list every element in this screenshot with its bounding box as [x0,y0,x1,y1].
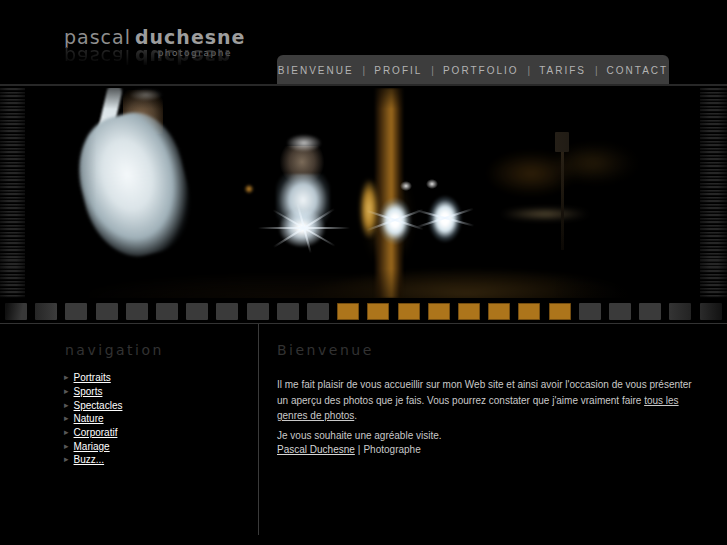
arrow-bullet-icon: ▸ [64,455,69,464]
filmstrip-square [156,303,178,320]
logo-last-name: duchesne [135,26,246,48]
sidebar-row: ▸Buzz... [64,453,122,467]
sidebar-item-sports[interactable]: Sports [74,386,103,397]
main-nav: BIENVENUE|PROFIL|PORTFOLIO|TARIFS|CONTAC… [277,55,669,85]
sidebar-nav: ▸Portraits▸Sports▸Spectacles▸Nature▸Corp… [64,371,122,467]
nav-item-bienvenue[interactable]: BIENVENUE [271,65,361,76]
intro-text: Il me fait plaisir de vous accueillir su… [277,379,692,406]
closing-text: Je vous souhaite une agréable visite. [277,428,442,443]
filmstrip-square [5,303,27,320]
sidebar-row: ▸Corporatif [64,426,122,440]
arrow-bullet-icon: ▸ [64,401,69,410]
arrow-bullet-icon: ▸ [64,373,69,382]
logo-wordmark: pascalduchesne [64,27,232,47]
photo-vignette [30,88,697,298]
page-title: Bienvenue [277,342,374,358]
filmstrip-square-orange [398,303,420,320]
page: pascalduchesne photographe pascalduchesn… [0,0,727,545]
filmstrip-square [126,303,148,320]
sidebar-item-spectacles[interactable]: Spectacles [74,400,123,411]
sidebar-row: ▸Spectacles [64,398,122,412]
signature-line: Pascal Duchesne|Photographe [277,442,421,457]
filmstrip-square [669,303,691,320]
filmstrip-square [35,303,57,320]
filmstrip-square [277,303,299,320]
filmstrip-square [700,303,722,320]
sidebar-row: ▸Portraits [64,371,122,385]
nav-item-contact[interactable]: CONTACT [600,65,676,76]
nav-item-portfolio[interactable]: PORTFOLIO [436,65,526,76]
nav-separator: | [593,65,600,76]
filmstrip-square-orange [428,303,450,320]
sidebar-row: ▸Nature [64,412,122,426]
filmstrip-square [639,303,661,320]
arrow-bullet-icon: ▸ [64,442,69,451]
content-top-divider [0,323,727,324]
sidebar-item-corporatif[interactable]: Corporatif [74,427,118,438]
signature-role: Photographe [363,444,420,455]
signature-separator: | [358,444,361,455]
intro-paragraph: Il me fait plaisir de vous accueillir su… [277,377,697,424]
sidebar-row: ▸Mariage [64,439,122,453]
filmstrip-square [186,303,208,320]
arrow-bullet-icon: ▸ [64,387,69,396]
filmstrip-square [247,303,269,320]
filmstrip-square-orange [337,303,359,320]
logo-first-name: pascal [64,26,131,48]
sidebar-row: ▸Sports [64,385,122,399]
filmstrip-square [216,303,238,320]
nav-separator: | [361,65,368,76]
filmstrip-square [609,303,631,320]
sidebar-item-mariage[interactable]: Mariage [74,441,110,452]
filmstrip-square-orange [518,303,540,320]
nav-item-tarifs[interactable]: TARIFS [532,65,593,76]
film-texture-right [700,88,727,298]
filmstrip-square-orange [458,303,480,320]
sidebar-item-buzz[interactable]: Buzz... [74,454,105,465]
pascal-duchesne-link[interactable]: Pascal Duchesne [277,444,355,455]
filmstrip-square [307,303,329,320]
filmstrip-square-orange [549,303,571,320]
sidebar-item-portraits[interactable]: Portraits [74,372,111,383]
hero-photo [30,88,697,298]
nav-item-profil[interactable]: PROFIL [367,65,429,76]
column-divider [258,324,259,535]
filmstrip [0,303,727,321]
filmstrip-square [65,303,87,320]
nav-separator: | [526,65,533,76]
arrow-bullet-icon: ▸ [64,428,69,437]
filmstrip-square [96,303,118,320]
filmstrip-square-orange [488,303,510,320]
arrow-bullet-icon: ▸ [64,414,69,423]
filmstrip-square-orange [367,303,389,320]
sidebar-item-nature[interactable]: Nature [74,413,104,424]
logo-reflection: pascalduchesne [64,47,232,69]
header-divider [0,84,727,86]
sidebar-title: navigation [65,342,164,358]
film-texture-left [0,88,25,298]
filmstrip-square [579,303,601,320]
nav-separator: | [429,65,436,76]
